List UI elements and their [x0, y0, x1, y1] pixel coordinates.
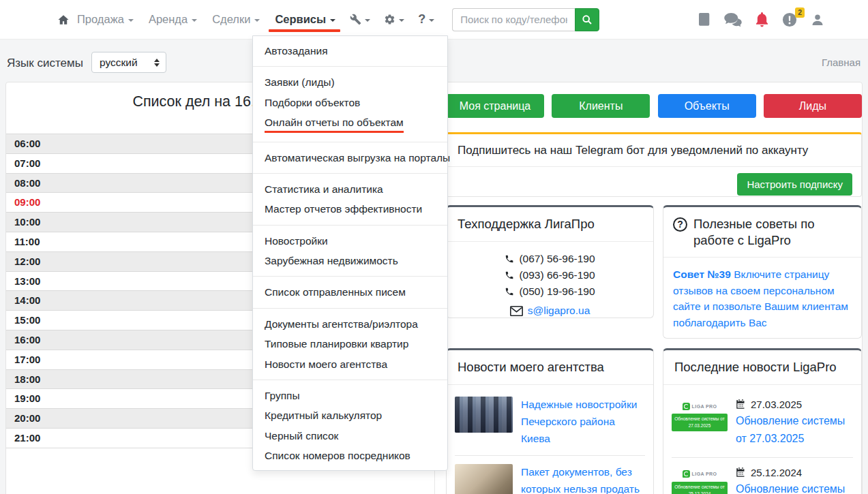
top-navbar: Продажа Аренда Сделки Сервисы ? [0, 0, 868, 40]
calendar-icon [736, 399, 746, 410]
telegram-subscribe-text: Подпишитесь на наш Telegram бот для увед… [447, 134, 861, 167]
menu-item-statistics[interactable]: Статистика и аналитика [253, 179, 447, 199]
search-icon [582, 14, 593, 25]
leads-button[interactable]: Лиды [764, 94, 862, 118]
language-label: Язык системы [7, 57, 83, 70]
menu-divider [253, 225, 447, 226]
envelope-icon [510, 306, 523, 316]
agency-news-card: Новости моего агентства Надежные новостр… [446, 348, 654, 494]
phone-icon [505, 254, 514, 264]
nav-item-rent[interactable]: Аренда [141, 0, 205, 40]
support-phone: (067) 56-96-190 [452, 251, 648, 267]
support-card-title: Техподдержка ЛигаПро [447, 207, 653, 242]
calendar-icon [736, 467, 746, 478]
divider [455, 455, 645, 456]
breadcrumb: Главная [822, 57, 860, 68]
menu-item-autotasks[interactable]: Автозадания [253, 41, 447, 61]
tip-text: Совет №39 Включите страницу отзывов на с… [673, 266, 852, 330]
menu-divider [253, 66, 447, 67]
news-item[interactable]: LIGA PRO Обновление системы от 25.12.202… [672, 460, 853, 494]
topbar-icons: 2 [699, 0, 824, 40]
configure-subscription-button[interactable]: Настроить подписку [737, 173, 852, 196]
menu-divider [253, 142, 447, 142]
select-arrows-icon [154, 59, 160, 67]
services-dropdown-menu: Автозадания Заявки (лиды) Подборки объек… [252, 35, 448, 471]
nav-item-deals[interactable]: Сделки [205, 0, 267, 40]
tips-card-title: Полезные советы по работе с LigaPro [693, 216, 852, 248]
news-item[interactable]: LIGA PRO Обновление системы от 27.03.202… [672, 392, 853, 455]
news-item[interactable]: Пакет документов, без которых нельзя про… [455, 458, 645, 494]
menu-item-online-reports[interactable]: Онлайн отчеты по объектам [253, 112, 447, 136]
news-thumbnail[interactable]: LIGA PRO Обновление системы от 27.03.202… [672, 399, 728, 431]
news-date: 25.12.2024 [736, 467, 853, 478]
tools-menu[interactable] [343, 0, 377, 40]
phone-icon [505, 287, 514, 296]
menu-divider [253, 173, 447, 174]
ligapro-news-card: Последние новости LigaPro LIGA PRO Обнов… [663, 348, 862, 494]
journal-icon[interactable] [699, 13, 710, 27]
caret-down-icon [330, 19, 335, 22]
menu-item-agency-news[interactable]: Новости моего агентства [253, 354, 447, 374]
menu-item-efficiency-reports[interactable]: Мастер отчетов эффективности [253, 199, 447, 219]
menu-item-portal-export[interactable]: Автоматическая выгрузка на порталы [253, 148, 447, 168]
thumbnail-caption: Обновление системы от 27.03.2025 [672, 414, 728, 431]
ligapro-logo-icon [683, 403, 690, 410]
nav-item-label: Сделки [212, 13, 250, 26]
divider [672, 457, 853, 458]
nav-item-sales[interactable]: Продажа [70, 0, 141, 40]
support-phone: (050) 19-96-190 [452, 283, 648, 300]
menu-item-blacklist[interactable]: Черный список [253, 426, 447, 446]
support-email-link[interactable]: s@ligapro.ua [528, 305, 590, 317]
news-link[interactable]: Надежные новостройки Печерского района К… [521, 397, 645, 447]
support-phone: (093) 66-96-190 [452, 267, 648, 283]
my-page-button[interactable]: Моя страница [446, 94, 544, 118]
menu-item-groups[interactable]: Группы [253, 386, 447, 405]
menu-item-sent-letters[interactable]: Список отправленных писем [253, 282, 447, 302]
active-nav-underline [269, 29, 340, 32]
news-link[interactable]: Обновление системы от 27.03.2025 [736, 415, 845, 444]
ligapro-logo-icon [683, 470, 690, 478]
dashboard-column: Моя страница Клиенты Объекты Лиды Подпиш… [440, 82, 862, 494]
user-icon[interactable] [811, 13, 824, 27]
home-icon[interactable] [57, 14, 70, 26]
search-button[interactable] [575, 8, 599, 31]
help-icon: ? [418, 12, 425, 27]
menu-divider [253, 276, 447, 277]
language-select[interactable]: русский [91, 52, 166, 73]
news-link[interactable]: Обновление системы от 25.12.2024 [736, 483, 845, 494]
settings-menu[interactable] [377, 0, 411, 40]
nav-item-label: Сервисы [275, 13, 326, 26]
news-thumbnail [455, 464, 513, 494]
bell-icon[interactable] [755, 12, 768, 27]
menu-item-new-buildings[interactable]: Новостройки [253, 231, 447, 251]
nav-item-services[interactable]: Сервисы [267, 0, 343, 40]
quick-buttons: Моя страница Клиенты Объекты Лиды [446, 94, 862, 118]
menu-item-apartment-layouts[interactable]: Типовые планировки квартир [253, 334, 447, 354]
gear-icon [384, 14, 395, 25]
menu-item-leads[interactable]: Заявки (лиды) [253, 72, 447, 92]
menu-item-credit-calculator[interactable]: Кредитный калькулятор [253, 405, 447, 425]
menu-item-selections[interactable]: Подборки объектов [253, 93, 447, 112]
menu-item-foreign-real-estate[interactable]: Зарубежная недвижимость [253, 251, 447, 271]
notification-badge: 2 [795, 7, 805, 18]
thumbnail-caption: Обновление системы от 25.12.2024 [672, 482, 728, 494]
objects-button[interactable]: Объекты [658, 94, 756, 118]
news-link[interactable]: Пакет документов, без которых нельзя про… [521, 464, 645, 494]
help-menu[interactable]: ? [411, 0, 441, 40]
alerts-icon[interactable]: 2 [782, 12, 797, 27]
question-circle-icon: ? [673, 217, 687, 232]
caret-down-icon [429, 19, 434, 22]
wrench-icon [350, 14, 361, 25]
chat-icon[interactable] [724, 13, 742, 27]
menu-item-agency-documents[interactable]: Документы агентства/риэлтора [253, 314, 447, 334]
news-thumbnail[interactable]: LIGA PRO Обновление системы от 25.12.202… [672, 467, 728, 494]
ligapro-news-title: Последние новости LigaPro [663, 350, 861, 385]
language-value: русский [100, 57, 138, 69]
news-item[interactable]: Надежные новостройки Печерского района К… [455, 390, 645, 453]
menu-item-intermediary-numbers[interactable]: Список номеров посредников [253, 446, 447, 465]
caret-down-icon [399, 19, 404, 22]
clients-button[interactable]: Клиенты [552, 94, 650, 118]
search-input[interactable] [452, 8, 575, 31]
caret-down-icon [192, 19, 197, 22]
menu-divider [253, 380, 447, 380]
